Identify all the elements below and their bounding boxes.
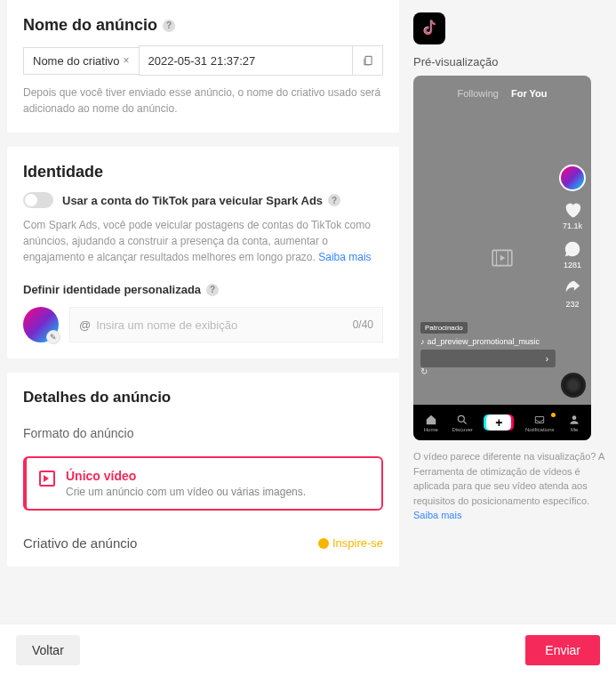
preview-help-text: O vídeo parece diferente na visualização…: [413, 451, 604, 506]
display-name-field[interactable]: @ 0/40: [69, 307, 383, 342]
comment-action[interactable]: 1281: [563, 239, 582, 270]
nav-discover-label: Discover: [452, 427, 472, 432]
ad-name-section: Nome do anúncio ? Nome do criativo × Dep…: [7, 0, 399, 133]
music-text: ad_preview_promotional_music: [428, 337, 540, 346]
edit-icon[interactable]: ✎: [46, 330, 60, 344]
profile-avatar-icon[interactable]: [559, 165, 586, 191]
cta-bar[interactable]: ›: [420, 350, 556, 367]
footer: Voltar Enviar: [0, 624, 616, 676]
identity-title: Identidade: [23, 163, 383, 181]
ad-details-title: Detalhes do anúncio: [23, 389, 383, 406]
char-count: 0/40: [353, 318, 373, 331]
custom-identity-text: Definir identidade personalizada: [23, 283, 201, 296]
single-video-title: Único vídeo: [66, 469, 306, 483]
phone-nav: Home Discover + Notifications Me: [413, 405, 591, 440]
search-icon: [456, 414, 468, 426]
nav-home-label: Home: [424, 427, 438, 432]
like-count: 71.1k: [563, 221, 582, 230]
nav-notifications-label: Notifications: [525, 427, 555, 432]
ad-name-helper: Depois que você tiver enviado esse anúnc…: [23, 84, 383, 117]
share-count: 232: [565, 300, 579, 309]
creative-label: Criativo de anúncio: [23, 535, 137, 551]
preview-learn-more-link[interactable]: Saiba mais: [413, 510, 461, 520]
ad-format-label: Formato do anúncio: [23, 426, 383, 440]
single-video-card[interactable]: Único vídeo Crie um anúncio com um vídeo…: [23, 456, 383, 511]
back-button[interactable]: Voltar: [16, 635, 80, 665]
help-icon[interactable]: ?: [163, 20, 175, 32]
music-note-icon: ♪: [420, 337, 425, 346]
ad-name-input[interactable]: [139, 45, 353, 76]
svg-point-3: [572, 415, 577, 420]
music-disc-icon: [561, 373, 586, 398]
inspire-text: Inspire-se: [332, 536, 383, 550]
copy-icon[interactable]: [353, 45, 383, 76]
spark-learn-more-link[interactable]: Saiba mais: [318, 251, 371, 263]
preview-column: Pré-visualização Following For You 71.1k…: [413, 0, 609, 623]
identity-section: Identidade Usar a conta do TikTok para v…: [7, 147, 399, 358]
ad-name-title: Nome do anúncio ?: [23, 16, 383, 35]
at-sign: @: [79, 318, 91, 332]
share-icon: [563, 278, 582, 298]
lightbulb-icon: [318, 538, 329, 549]
sponsored-badge: Patrocinado: [420, 322, 468, 334]
heart-icon: [563, 200, 582, 220]
comment-count: 1281: [564, 261, 581, 270]
single-video-desc: Crie um anúncio com um vídeo ou várias i…: [66, 486, 306, 498]
inspire-link[interactable]: Inspire-se: [318, 536, 383, 550]
display-name-input[interactable]: [96, 318, 352, 332]
nav-notifications[interactable]: Notifications: [525, 414, 555, 432]
spark-ads-label: Usar a conta do TikTok para veicular Spa…: [62, 194, 340, 207]
phone-caption: Patrocinado ♪ ad_preview_promotional_mus…: [420, 319, 556, 367]
custom-identity-label: Definir identidade personalizada ?: [23, 283, 383, 296]
nav-me-label: Me: [571, 427, 578, 432]
refresh-icon[interactable]: ↻: [420, 366, 428, 376]
submit-button[interactable]: Enviar: [525, 635, 600, 665]
user-icon: [568, 414, 580, 426]
spark-ads-row: Usar a conta do TikTok para veicular Spa…: [23, 192, 383, 208]
inbox-icon: [533, 414, 546, 426]
comment-icon: [563, 239, 582, 259]
svg-rect-0: [365, 56, 372, 64]
ad-name-title-text: Nome do anúncio: [23, 16, 157, 35]
like-action[interactable]: 71.1k: [563, 200, 582, 230]
spark-ads-label-text: Usar a conta do TikTok para veicular Spa…: [62, 194, 323, 207]
video-icon: [39, 471, 55, 487]
music-row: ♪ ad_preview_promotional_music: [420, 337, 556, 346]
close-icon[interactable]: ×: [124, 54, 130, 67]
for-you-tab[interactable]: For You: [511, 88, 548, 99]
tiktok-logo-icon: [413, 12, 445, 44]
help-icon[interactable]: ?: [328, 194, 340, 206]
spark-ads-toggle[interactable]: [23, 192, 53, 208]
video-placeholder-icon: [489, 246, 516, 270]
avatar-wrapper: ✎: [23, 307, 59, 342]
nav-discover[interactable]: Discover: [452, 414, 472, 432]
spark-ads-help: Com Spark Ads, você pode veicular postag…: [23, 217, 383, 265]
nav-home[interactable]: Home: [424, 414, 438, 432]
phone-actions: 71.1k 1281 232: [559, 165, 586, 309]
creative-name-chip: Nome do criativo ×: [23, 47, 139, 75]
nav-me[interactable]: Me: [568, 414, 580, 432]
home-icon: [425, 414, 437, 426]
creative-name-chip-text: Nome do criativo: [33, 54, 120, 68]
display-name-row: ✎ @ 0/40: [23, 307, 383, 342]
preview-label: Pré-visualização: [413, 55, 609, 68]
following-tab[interactable]: Following: [457, 88, 498, 99]
nav-create[interactable]: +: [486, 414, 511, 431]
single-video-content: Único vídeo Crie um anúncio com um vídeo…: [66, 469, 306, 498]
creative-row: Criativo de anúncio Inspire-se: [23, 535, 383, 551]
ad-details-section: Detalhes do anúncio Formato do anúncio Ú…: [7, 373, 399, 567]
svg-point-2: [458, 415, 464, 422]
help-icon[interactable]: ?: [206, 284, 219, 296]
preview-help: O vídeo parece diferente na visualização…: [413, 449, 609, 523]
share-action[interactable]: 232: [563, 278, 582, 309]
phone-top-tabs: Following For You: [413, 76, 591, 106]
phone-preview: Following For You 71.1k 1281 232: [413, 76, 591, 440]
ad-name-row: Nome do criativo ×: [23, 45, 383, 76]
